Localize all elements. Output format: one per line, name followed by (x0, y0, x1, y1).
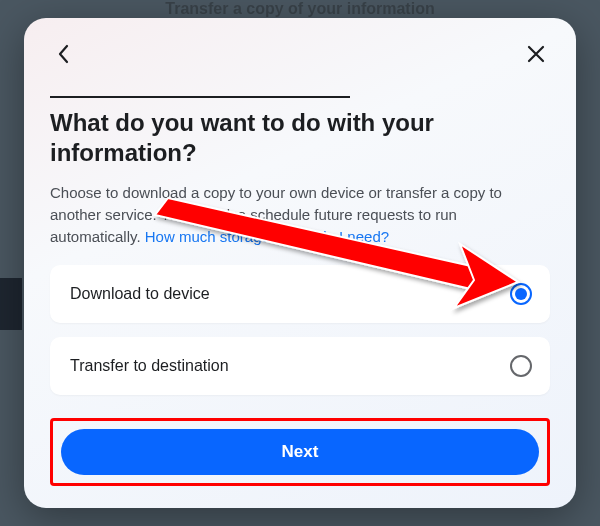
option-transfer-to-destination[interactable]: Transfer to destination (50, 337, 550, 395)
background-strip (0, 278, 22, 330)
close-button[interactable] (522, 40, 550, 68)
radio-selected-icon (510, 283, 532, 305)
background-title: Transfer a copy of your information (0, 0, 600, 18)
back-button[interactable] (50, 40, 78, 68)
option-label: Transfer to destination (70, 357, 229, 375)
storage-help-link[interactable]: How much storage space do I need? (145, 228, 389, 245)
next-button[interactable]: Next (61, 429, 539, 475)
modal-header (50, 40, 550, 68)
option-download-to-device[interactable]: Download to device (50, 265, 550, 323)
radio-unselected-icon (510, 355, 532, 377)
options-list: Download to device Transfer to destinati… (50, 265, 550, 395)
option-label: Download to device (70, 285, 210, 303)
modal-subtitle: Choose to download a copy to your own de… (50, 182, 550, 247)
modal-footer: Next (50, 418, 550, 486)
title-underline (50, 96, 350, 98)
close-icon (527, 45, 545, 63)
modal-dialog: What do you want to do with your informa… (24, 18, 576, 508)
modal-title: What do you want to do with your informa… (50, 108, 550, 168)
chevron-left-icon (57, 44, 71, 64)
annotation-highlight-box: Next (50, 418, 550, 486)
